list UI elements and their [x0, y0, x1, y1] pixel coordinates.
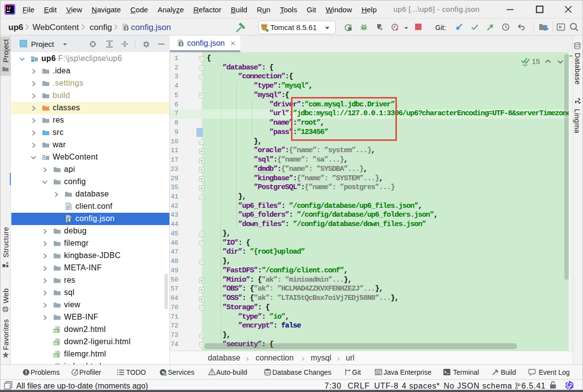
svg-text:{}: {} — [67, 218, 72, 223]
svg-text:H: H — [54, 354, 57, 358]
svg-text:EE: EE — [376, 371, 381, 375]
svg-text:{}: {} — [124, 26, 129, 31]
svg-text:{}: {} — [179, 42, 184, 47]
svg-text:H: H — [54, 341, 57, 346]
svg-text:H: H — [54, 329, 57, 333]
